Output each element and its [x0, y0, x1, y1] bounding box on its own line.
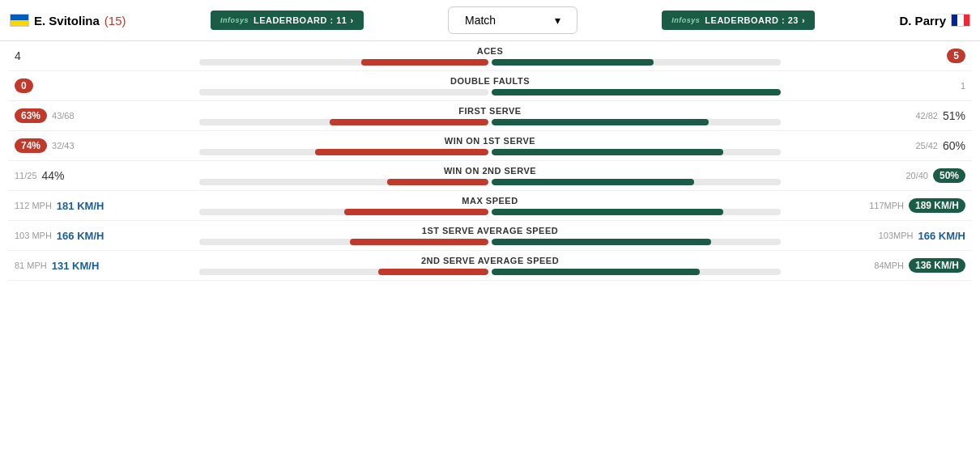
match-dropdown[interactable]: Match ▾: [448, 6, 577, 34]
stat-row: 74%32/43 WIN ON 1ST SERVE 25/4260%: [8, 131, 972, 161]
bar-left-1: [199, 89, 488, 95]
left-value-6: 166 KM/H: [57, 230, 104, 242]
stat-center-4: WIN ON 2ND SERVE: [199, 166, 781, 185]
stat-center-7: 2ND SERVE AVERAGE SPEED: [199, 256, 781, 275]
bar-fill-right-2: [492, 119, 709, 125]
right-badge-5: 189 KM/H: [909, 198, 965, 213]
left-value-7: 131 KM/H: [52, 260, 100, 272]
stat-label-0: ACES: [477, 46, 504, 56]
right-value-5: 117MPH: [869, 201, 904, 210]
leaderboard2-button[interactable]: Infosys LEADERBOARD : 23 ›: [662, 11, 815, 30]
stat-center-1: DOUBLE FAULTS: [199, 76, 781, 95]
left-badge-1: 0: [15, 78, 33, 93]
stat-center-5: MAX SPEED: [199, 196, 781, 215]
right-value-7: 84MPH: [874, 261, 904, 270]
stat-left-4: 11/2544%: [15, 169, 193, 182]
bar-left-0: [199, 59, 488, 66]
left-secondary-6: 103 MPH: [15, 231, 52, 240]
stats-container: 4 ACES 50 DOUBLE FAULTS 163%43/68 FIRST …: [0, 41, 980, 281]
stat-row: 63%43/68 FIRST SERVE 42/8251%: [8, 101, 972, 131]
bar-fill-right-5: [492, 209, 723, 215]
right-value-6: 103MPH: [879, 231, 914, 240]
stat-row: 11/2544% WIN ON 2ND SERVE 20/4050%: [8, 161, 972, 191]
stat-label-7: 2ND SERVE AVERAGE SPEED: [421, 256, 559, 265]
stat-center-3: WIN ON 1ST SERVE: [199, 136, 781, 155]
stat-label-4: WIN ON 2ND SERVE: [444, 166, 536, 176]
bar-fill-left-2: [330, 119, 488, 125]
bar-right-6: [492, 239, 781, 245]
left-secondary-5: 112 MPH: [15, 201, 52, 210]
stat-right-2: 42/8251%: [787, 109, 965, 122]
bar-right-2: [492, 119, 781, 125]
bar-fill-right-4: [492, 179, 694, 185]
bars-row-7: [199, 269, 781, 275]
bar-fill-right-3: [492, 149, 723, 155]
stat-left-6: 103 MPH166 KM/H: [15, 230, 193, 242]
bar-fill-right-6: [492, 239, 711, 245]
leaderboard1-button[interactable]: Infosys LEADERBOARD : 11 ›: [211, 11, 364, 30]
bar-right-7: [492, 269, 781, 275]
left-badge-2: 63%: [15, 108, 47, 123]
stat-right-0: 5: [787, 49, 965, 63]
stat-center-6: 1ST SERVE AVERAGE SPEED: [199, 226, 781, 245]
stat-row: 103 MPH166 KM/H 1ST SERVE AVERAGE SPEED …: [8, 221, 972, 251]
right-value-2: 42/82: [915, 111, 938, 121]
bar-fill-left-4: [387, 179, 488, 185]
bar-left-4: [199, 179, 488, 185]
bars-row-5: [199, 209, 781, 215]
stat-left-3: 74%32/43: [15, 138, 193, 153]
left-value-0: 4: [15, 49, 21, 62]
bars-row-6: [199, 239, 781, 245]
bar-fill-right-0: [492, 59, 654, 66]
stat-label-5: MAX SPEED: [462, 196, 518, 206]
bar-fill-left-0: [361, 59, 488, 66]
bar-left-7: [199, 269, 488, 275]
france-flag-icon: [951, 14, 970, 27]
bar-right-1: [492, 89, 781, 95]
bars-row-0: [199, 59, 781, 66]
bar-right-0: [492, 59, 781, 66]
right-value-4: 20/40: [905, 171, 928, 180]
stat-left-2: 63%43/68: [15, 108, 193, 123]
bar-left-3: [199, 149, 488, 155]
stat-left-1: 0: [15, 78, 193, 93]
stat-right-5: 117MPH189 KM/H: [787, 198, 965, 213]
stat-left-5: 112 MPH181 KM/H: [15, 200, 193, 212]
stat-left-7: 81 MPH131 KM/H: [15, 260, 193, 272]
bar-fill-left-3: [315, 149, 488, 155]
bars-row-1: [199, 89, 781, 95]
bars-row-2: [199, 119, 781, 125]
stat-label-1: DOUBLE FAULTS: [450, 76, 530, 86]
player2-name: D. Parry: [899, 14, 970, 28]
stat-row: 112 MPH181 KM/H MAX SPEED 117MPH189 KM/H: [8, 191, 972, 221]
bar-right-4: [492, 179, 781, 185]
bar-left-6: [199, 239, 488, 245]
stat-right-6: 103MPH166 KM/H: [787, 230, 965, 242]
left-value-5: 181 KM/H: [57, 200, 104, 212]
stat-row: 0 DOUBLE FAULTS 1: [8, 71, 972, 101]
bar-right-5: [492, 209, 781, 215]
bar-fill-left-7: [378, 269, 488, 275]
right-value-3: 25/42: [915, 141, 938, 151]
stat-right-7: 84MPH136 KM/H: [787, 258, 965, 273]
stat-label-3: WIN ON 1ST SERVE: [445, 136, 535, 146]
bar-left-5: [199, 209, 488, 215]
right-badge-4: 50%: [933, 168, 965, 183]
bar-left-2: [199, 119, 488, 125]
header: E. Svitolina(15) Infosys LEADERBOARD : 1…: [0, 0, 980, 41]
right-secondary-2: 51%: [943, 109, 965, 122]
right-secondary-3: 60%: [943, 139, 965, 152]
stat-right-4: 20/4050%: [787, 168, 965, 183]
right-badge-0: 5: [947, 49, 965, 63]
stat-left-0: 4: [15, 49, 193, 62]
left-secondary-2: 43/68: [52, 111, 75, 121]
right-value-1: 1: [961, 81, 965, 91]
right-secondary-6: 166 KM/H: [918, 230, 965, 242]
stat-center-2: FIRST SERVE: [199, 106, 781, 125]
bar-fill-right-1: [492, 89, 781, 95]
bar-fill-right-7: [492, 269, 700, 275]
player1-name: E. Svitolina(15): [10, 14, 126, 28]
stat-right-1: 1: [787, 81, 965, 91]
left-secondary-3: 32/43: [52, 141, 75, 151]
stat-center-0: ACES: [199, 46, 781, 66]
